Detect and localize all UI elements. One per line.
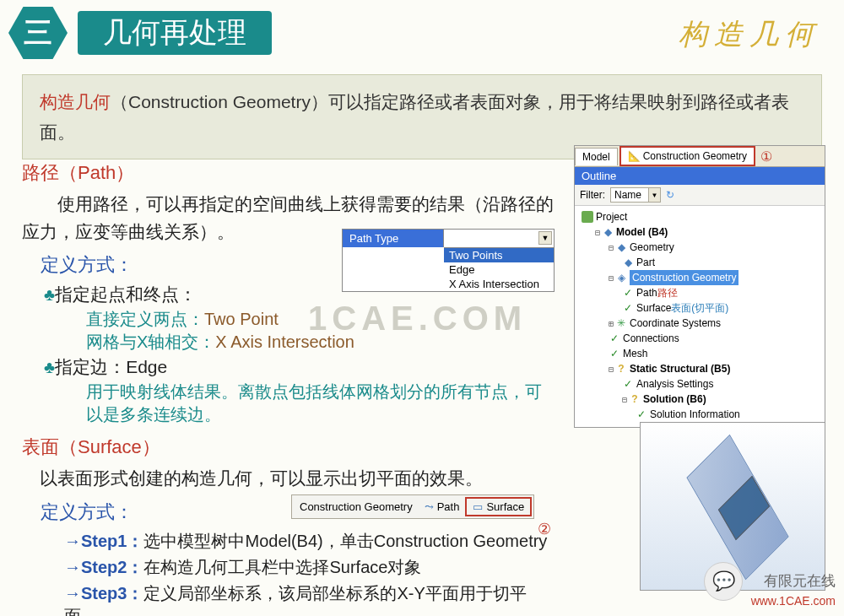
- section-number-badge: 三: [8, 7, 68, 59]
- path-button[interactable]: ⤳ Path: [419, 499, 466, 515]
- surface-icon: ▭: [473, 500, 483, 513]
- tree-item[interactable]: ⊟◆Model (B4): [576, 224, 823, 240]
- cg-label: Construction Geometry: [294, 499, 419, 515]
- refresh-icon[interactable]: ↻: [666, 189, 674, 201]
- chevron-down-icon[interactable]: ▼: [648, 188, 660, 202]
- tree-icon: ✳: [615, 317, 627, 329]
- tree-item[interactable]: ⊟◆Geometry: [576, 240, 823, 255]
- slide-subtitle-right: 构造几何: [679, 15, 820, 54]
- path-sub-1a: 直接定义两点：Two Point: [86, 308, 554, 331]
- intro-text: （Construction Geometry）可以指定路径或者表面对象，用于将结…: [40, 92, 789, 142]
- surface-button[interactable]: ▭ Surface: [465, 497, 532, 516]
- wechat-icon: 💬: [704, 562, 743, 601]
- surface-steps: →Step1：选中模型树中Model(B4)，单击Construction Ge…: [64, 528, 554, 616]
- filter-label: Filter:: [580, 189, 605, 201]
- step1: →Step1：选中模型树中Model(B4)，单击Construction Ge…: [64, 528, 554, 554]
- tree-icon: ✓: [609, 332, 620, 344]
- tree-icon: ◆: [602, 226, 614, 238]
- dropdown-list: Two Points Edge X Axis Intersection: [444, 247, 554, 291]
- slide-header: 三 几何再处理 构造几何: [0, 0, 844, 59]
- footer-url: www.1CAE.com: [751, 594, 836, 608]
- tree-item[interactable]: ✓Surface 表面(切平面): [576, 300, 823, 316]
- tree-icon: [582, 211, 593, 223]
- footer-brand: 有限元在线: [764, 571, 836, 591]
- tree-icon: ◈: [615, 272, 627, 284]
- dropdown-option[interactable]: Two Points: [444, 248, 554, 262]
- club-icon: ♣: [44, 285, 55, 304]
- chevron-down-icon[interactable]: ▼: [538, 231, 552, 245]
- path-sub-2a: 用于映射线体结果。离散点包括线体网格划分的所有节点，可以是多条连续边。: [86, 381, 554, 426]
- tree-icon: ?: [615, 363, 627, 375]
- tree-item[interactable]: ◆Part: [576, 255, 823, 270]
- dropdown-option[interactable]: Edge: [444, 262, 554, 277]
- path-section-title: 路径（Path）: [22, 160, 554, 186]
- tree-item[interactable]: ✓Connections: [576, 331, 823, 346]
- tree-icon: ✓: [622, 378, 634, 390]
- dropdown-option[interactable]: X Axis Intersection: [444, 277, 554, 291]
- tree-icon: ◆: [622, 257, 634, 268]
- tree-icon: ◆: [615, 241, 627, 253]
- surface-desc: 以表面形式创建的构造几何，可以显示出切平面的效果。: [22, 465, 554, 493]
- filter-dropdown[interactable]: Name ▼: [610, 187, 661, 203]
- callout-2: ②: [538, 520, 551, 538]
- slide-title: 几何再处理: [78, 11, 272, 55]
- tree-item[interactable]: ⊟◈Construction Geometry: [576, 270, 823, 285]
- tree-view: Project⊟◆Model (B4)⊟◆Geometry◆Part⊟◈Cons…: [575, 206, 825, 427]
- club-icon: ♣: [44, 358, 55, 376]
- tree-icon: ✓: [636, 408, 647, 420]
- outline-title: Outline: [575, 167, 825, 185]
- tab-model[interactable]: Model: [575, 148, 618, 165]
- tabs-row: Model 📐 Construction Geometry ①: [575, 146, 825, 167]
- tab-construction-geometry[interactable]: 📐 Construction Geometry: [619, 146, 755, 166]
- tree-item[interactable]: ⊟?Solution (B6): [576, 392, 823, 407]
- tree-item[interactable]: ✓Path 路径: [576, 285, 823, 300]
- tree-icon: ✓: [622, 302, 634, 314]
- intro-highlight: 构造几何: [40, 92, 111, 111]
- step3: →Step3：定义局部坐标系，该局部坐标系的X-Y平面用于切平面。: [64, 581, 554, 616]
- outline-panel: Model 📐 Construction Geometry ① Outline …: [574, 145, 825, 428]
- tree-item[interactable]: ✓Solution Information: [576, 407, 823, 422]
- tree-icon: ?: [629, 393, 641, 405]
- tree-item[interactable]: ✓Mesh: [576, 346, 823, 361]
- surface-section-title: 表面（Surface）: [22, 435, 554, 460]
- filter-row: Filter: Name ▼ ↻: [575, 185, 825, 206]
- path-bullet-2: ♣指定边：Edge: [44, 354, 554, 381]
- dropdown-value[interactable]: ▼: [444, 230, 554, 247]
- path-type-dropdown[interactable]: Path Type ▼ Two Points Edge X Axis Inter…: [342, 229, 555, 292]
- tree-item[interactable]: ⊟?Static Structural (B5): [576, 361, 823, 376]
- tree-icon: ✓: [609, 348, 620, 359]
- construction-geometry-toolbar: Construction Geometry ⤳ Path ▭ Surface: [291, 494, 534, 519]
- path-icon: ⤳: [425, 500, 434, 513]
- tree-icon: ✓: [622, 287, 634, 299]
- tree-item[interactable]: Project: [576, 209, 823, 224]
- model-icon: 📐: [628, 150, 641, 162]
- path-sub-1b: 网格与X轴相交：X Axis Intersection: [86, 331, 554, 354]
- step2: →Step2：在构造几何工具栏中选择Surface对象: [64, 554, 554, 581]
- tree-item[interactable]: ⊞✳Coordinate Systems: [576, 316, 823, 331]
- callout-1: ①: [760, 149, 772, 165]
- dropdown-label: Path Type: [343, 230, 444, 247]
- tree-item[interactable]: ✓Analysis Settings: [576, 376, 823, 392]
